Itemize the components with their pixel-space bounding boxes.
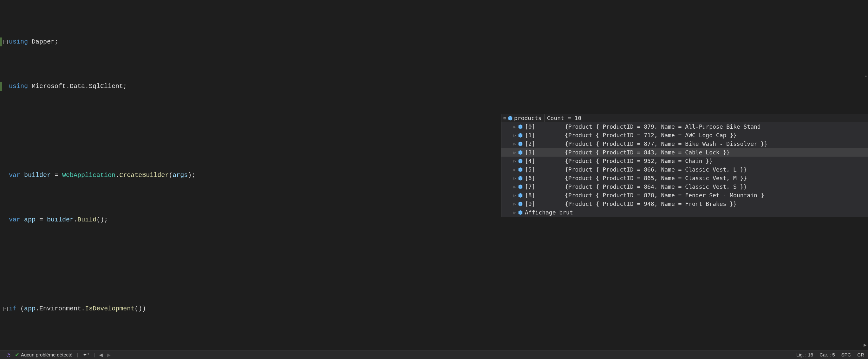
status-col[interactable]: Car. : 5 [819,352,835,357]
keyword: var [9,171,20,179]
datatip-item[interactable]: ▷[5]{Product { ProductID = 866, Name = C… [501,165,868,174]
keyword: using [9,83,28,90]
datatip-value: {Product { ProductID = 843, Name = Cable… [565,149,730,156]
object-icon [518,167,523,172]
expand-icon[interactable]: ▷ [513,159,517,163]
object-icon [518,133,523,138]
datatip-index: [1] [525,132,535,139]
datatip-item[interactable]: ▷[7]{Product { ProductID = 864, Name = C… [501,182,868,191]
object-icon [508,116,513,121]
outline-collapse-icon[interactable]: − [3,307,8,311]
code-line[interactable]: using Microsoft.Data.SqlClient; [0,82,868,91]
expand-icon[interactable]: ▷ [513,193,517,198]
type: WebApplication [62,171,116,179]
datatip-index: [7] [525,183,535,190]
datatip-value: {Product { ProductID = 877, Name = Bike … [565,140,768,147]
scroll-right-icon[interactable]: ▶ [864,342,867,348]
object-icon [518,210,523,215]
expand-icon[interactable]: ▷ [513,142,517,146]
wand-icon[interactable]: ✦⁺ [83,352,89,358]
datatip-item[interactable]: ▷[9]{Product { ProductID = 948, Name = F… [501,199,868,208]
outline-collapse-icon[interactable]: − [3,40,8,44]
keyword: var [9,216,20,223]
scroll-marker: ▪ [864,74,867,79]
datatip-item[interactable]: ▷[0]{Product { ProductID = 879, Name = A… [501,122,868,131]
method: CreateBuilder [119,171,169,179]
code-line[interactable]: − using Dapper; [0,37,868,46]
datatip-value: {Product { ProductID = 864, Name = Class… [565,183,747,190]
expand-icon[interactable]: ▷ [513,150,517,155]
datatip-value: {Product { ProductID = 948, Name = Front… [565,200,737,207]
identifier: app [24,216,35,223]
check-icon: ✔ [15,352,19,358]
datatip-index: [0] [525,123,535,130]
namespace: Dapper [32,38,55,46]
datatip-index: [3] [525,149,535,156]
object-icon [518,176,523,181]
datatip-item[interactable]: ▷[3]{Product { ProductID = 843, Name = C… [501,148,868,157]
datatip-index: [6] [525,175,535,182]
collapse-icon[interactable]: ⊟ [503,116,506,120]
expand-icon[interactable]: ▷ [513,185,517,189]
datatip-value: {Product { ProductID = 878, Name = Fende… [565,192,764,198]
datatip-value: {Product { ProductID = 952, Name = Chain… [565,158,713,164]
identifier: builder [24,171,51,179]
object-icon [518,184,523,189]
datatip-items[interactable]: ▷[0]{Product { ProductID = 879, Name = A… [501,122,868,217]
expand-icon[interactable]: ▷ [513,167,517,172]
namespace: Microsoft.Data.SqlClient [32,83,123,90]
keyword: using [9,38,28,46]
method: IsDevelopment [85,305,134,312]
datatip-count: Count = 10 [547,115,581,121]
datatip-value: {Product { ProductID = 879, Name = All-P… [565,123,761,130]
datatip-index: [5] [525,166,535,173]
object-icon [518,201,523,206]
datatip-raw-view[interactable]: ▷Affichage brut [501,208,868,217]
expand-icon[interactable]: ▷ [513,202,517,206]
status-lineending[interactable]: CR [857,352,864,357]
datatip-item[interactable]: ▷[2]{Product { ProductID = 877, Name = B… [501,139,868,148]
debug-datatip[interactable]: ⊟ products Count = 10 ▷[0]{Product { Pro… [501,114,868,217]
expand-icon[interactable]: ▷ [513,176,517,181]
datatip-item[interactable]: ▷[1]{Product { ProductID = 712, Name = A… [501,131,868,139]
datatip-index: [8] [525,192,535,198]
nav-back-icon[interactable]: ◀ [99,352,103,357]
code-line[interactable] [0,260,868,269]
code-line[interactable]: − if (app.Environment.IsDevelopment()) [0,304,868,313]
status-spaces[interactable]: SPC [841,352,851,357]
datatip-value: {Product { ProductID = 866, Name = Class… [565,166,747,173]
datatip-index: [9] [525,200,535,207]
object-icon [518,141,523,146]
datatip-index: [2] [525,140,535,147]
datatip-header[interactable]: ⊟ products Count = 10 [501,114,868,122]
feedback-icon[interactable]: ◔ [6,352,10,358]
object-icon [518,124,523,129]
object-icon [518,150,523,155]
datatip-item[interactable]: ▷[6]{Product { ProductID = 865, Name = C… [501,174,868,182]
method: Build [78,216,96,223]
keyword: if [9,305,17,312]
datatip-item[interactable]: ▷[8]{Product { ProductID = 878, Name = F… [501,191,868,199]
status-line[interactable]: Lig. : 16 [796,352,813,357]
nav-forward-icon[interactable]: ▶ [107,352,111,357]
status-bar: ◔ ✔ Aucun problème détecté | ✦⁺ | ◀ ▶ Li… [0,350,868,359]
datatip-var-name: products [514,115,542,121]
datatip-value: {Product { ProductID = 865, Name = Class… [565,175,747,182]
expand-icon[interactable]: ▷ [513,210,517,215]
status-issues[interactable]: ✔ Aucun problème détecté [15,352,73,358]
datatip-item[interactable]: ▷[4]{Product { ProductID = 952, Name = C… [501,157,868,165]
expand-icon[interactable]: ▷ [513,125,517,129]
expand-icon[interactable]: ▷ [513,133,517,138]
object-icon [518,159,523,164]
datatip-value: {Product { ProductID = 712, Name = AWC L… [565,132,737,139]
object-icon [518,193,523,198]
datatip-index: [4] [525,158,535,164]
datatip-raw-label: Affichage brut [525,209,573,216]
